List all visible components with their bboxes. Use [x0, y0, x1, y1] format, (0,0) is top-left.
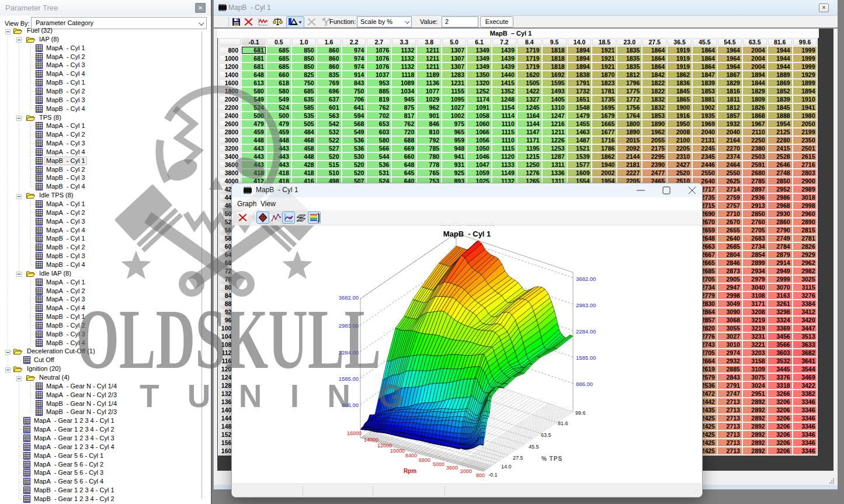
svg-text:3682.00: 3682.00 — [339, 294, 359, 301]
svg-text:886.00: 886.00 — [342, 402, 359, 408]
svg-text:2000: 2000 — [460, 468, 472, 474]
svg-text:16000: 16000 — [347, 430, 362, 436]
svg-text:Rpm: Rpm — [404, 468, 416, 474]
svg-text:14000: 14000 — [364, 437, 378, 443]
svg-text:2983.00: 2983.00 — [339, 322, 359, 329]
svg-text:12000: 12000 — [377, 443, 392, 449]
svg-text:45.5: 45.5 — [529, 444, 539, 450]
svg-text:-0.1: -0.1 — [488, 472, 498, 478]
svg-text:10000: 10000 — [390, 448, 405, 454]
svg-text:2983.00: 2983.00 — [576, 302, 596, 308]
svg-text:99.6: 99.6 — [575, 410, 586, 416]
svg-text:5000: 5000 — [433, 461, 444, 467]
svg-text:3600: 3600 — [446, 465, 458, 471]
svg-text:800: 800 — [476, 472, 485, 478]
svg-text:2284.00: 2284.00 — [576, 328, 596, 335]
svg-text:14.0: 14.0 — [501, 464, 512, 470]
svg-text:886.00: 886.00 — [576, 381, 593, 387]
svg-text:% TPS: % TPS — [541, 456, 562, 462]
svg-text:63.5: 63.5 — [541, 432, 551, 438]
svg-text:6800: 6800 — [419, 457, 430, 463]
svg-text:2284.00: 2284.00 — [339, 349, 359, 356]
svg-text:1585.00: 1585.00 — [339, 376, 359, 382]
svg-text:1585.00: 1585.00 — [576, 354, 596, 361]
svg-text:81.6: 81.6 — [558, 420, 568, 426]
svg-text:3682.00: 3682.00 — [576, 276, 596, 282]
svg-text:27.5: 27.5 — [513, 455, 523, 461]
svg-text:8400: 8400 — [405, 453, 417, 458]
